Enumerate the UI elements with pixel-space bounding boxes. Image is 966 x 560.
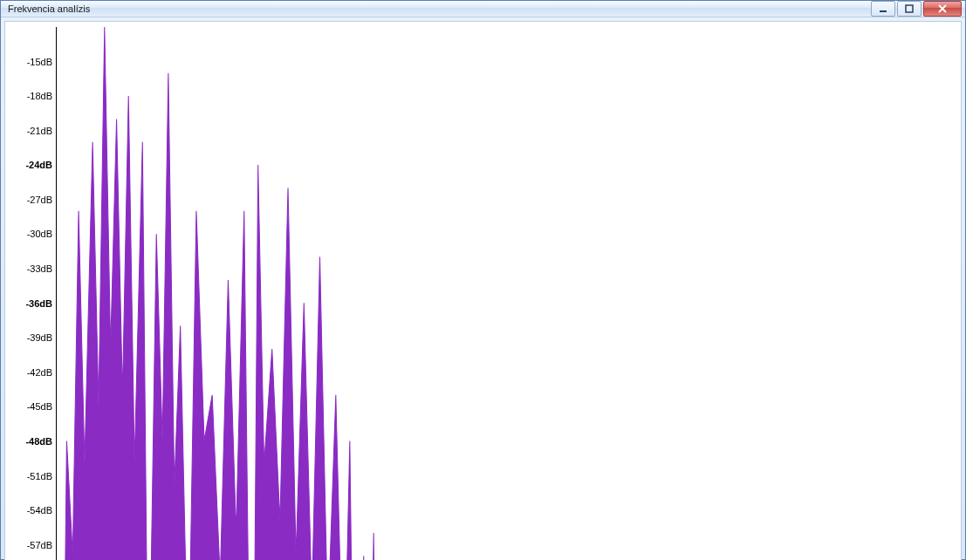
titlebar[interactable]: Frekvencia analízis — [1, 1, 965, 17]
y-tick: -15dB — [27, 57, 52, 67]
y-tick: -30dB — [27, 229, 52, 239]
y-tick: -57dB — [27, 540, 52, 550]
maximize-button[interactable] — [897, 1, 921, 17]
y-tick: -51dB — [27, 471, 52, 481]
y-tick: -45dB — [27, 401, 52, 412]
y-tick: -21dB — [27, 126, 52, 136]
spectrum-chart[interactable] — [56, 27, 954, 560]
close-button[interactable] — [923, 1, 962, 17]
plot-area: -15dB-18dB-21dB-24dB-27dB-30dB-33dB-36dB… — [12, 27, 954, 560]
client-area: -15dB-18dB-21dB-24dB-27dB-30dB-33dB-36dB… — [4, 21, 962, 560]
y-tick: -18dB — [27, 91, 52, 101]
y-tick: -33dB — [27, 263, 52, 274]
y-tick: -39dB — [27, 332, 52, 343]
y-tick: -54dB — [27, 505, 52, 516]
y-tick: -27dB — [27, 195, 52, 205]
minimize-button[interactable] — [871, 1, 895, 17]
window-frame: Frekvencia analízis -15dB-18dB-21dB-24dB… — [0, 0, 966, 560]
window-title: Frekvencia analízis — [8, 3, 90, 14]
window-controls — [871, 1, 965, 17]
y-tick: -36dB — [25, 298, 52, 309]
y-axis: -15dB-18dB-21dB-24dB-27dB-30dB-33dB-36dB… — [12, 27, 56, 560]
y-tick: -48dB — [25, 436, 52, 447]
svg-rect-1 — [906, 5, 913, 12]
y-tick: -42dB — [27, 367, 52, 378]
y-tick: -24dB — [25, 160, 52, 170]
svg-rect-0 — [880, 10, 887, 12]
spectrum-series — [57, 27, 954, 560]
